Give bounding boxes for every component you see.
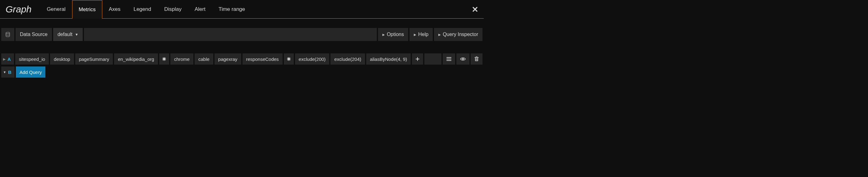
- datasource-select[interactable]: default ▼: [53, 28, 83, 41]
- query-row-a: ▶ A sitespeed_io desktop pageSummary en_…: [1, 54, 483, 65]
- tab-legend[interactable]: Legend: [127, 0, 158, 18]
- metric-segment[interactable]: pageSummary: [75, 54, 113, 65]
- panel-header: Graph General Metrics Axes Legend Displa…: [0, 0, 484, 19]
- query-menu-button[interactable]: [443, 54, 455, 65]
- trash-icon: [474, 57, 479, 62]
- metric-segment[interactable]: sitespeed_io: [15, 54, 49, 65]
- metric-segment-wildcard[interactable]: [284, 54, 294, 65]
- help-button[interactable]: ▶ Help: [409, 28, 433, 41]
- toolbar-spacer: [84, 28, 377, 41]
- metric-segment-wildcard[interactable]: [159, 54, 169, 65]
- query-letter: A: [7, 57, 11, 62]
- caret-down-icon: ▼: [75, 33, 79, 36]
- metric-segment[interactable]: cable: [195, 54, 213, 65]
- query-editor: ▶ A sitespeed_io desktop pageSummary en_…: [0, 54, 484, 78]
- query-toggle-b[interactable]: ▼ B: [1, 66, 14, 78]
- tab-display[interactable]: Display: [158, 0, 188, 18]
- caret-right-icon: ▶: [438, 33, 441, 36]
- query-inspector-button[interactable]: ▶ Query Inspector: [434, 28, 483, 41]
- options-button[interactable]: ▶ Options: [378, 28, 408, 41]
- caret-right-icon: ▶: [3, 58, 6, 61]
- tab-metrics[interactable]: Metrics: [72, 0, 102, 19]
- function-segment[interactable]: exclude(204): [331, 54, 365, 65]
- panel-type-title: Graph: [0, 4, 40, 14]
- svg-point-9: [462, 58, 464, 60]
- metric-segment[interactable]: chrome: [170, 54, 193, 65]
- query-row-b: ▼ B Add Query: [1, 66, 483, 78]
- caret-down-icon: ▼: [3, 70, 6, 74]
- asterisk-icon: [287, 57, 291, 61]
- svg-point-0: [6, 32, 10, 34]
- panel-tabs: General Metrics Axes Legend Display Aler…: [40, 0, 251, 18]
- asterisk-icon: [162, 57, 166, 61]
- toggle-visibility-button[interactable]: [456, 54, 469, 65]
- plus-icon: [416, 57, 420, 61]
- tab-alert[interactable]: Alert: [188, 0, 212, 18]
- function-segment[interactable]: aliasByNode(4, 9): [366, 54, 411, 65]
- caret-right-icon: ▶: [382, 33, 385, 36]
- query-toggle-a[interactable]: ▶ A: [1, 54, 14, 65]
- hamburger-icon: [446, 57, 452, 61]
- eye-icon: [460, 57, 466, 61]
- datasource-toolbar: Data Source default ▼ ▶ Options ▶ Help ▶…: [0, 28, 484, 41]
- metric-segment[interactable]: responseCodes: [243, 54, 283, 65]
- tab-axes[interactable]: Axes: [102, 0, 127, 18]
- close-icon[interactable]: [472, 7, 477, 12]
- function-segment[interactable]: exclude(200): [295, 54, 330, 65]
- metric-segment[interactable]: pagexray: [215, 54, 241, 65]
- datasource-value: default: [58, 32, 72, 37]
- add-function-button[interactable]: [412, 54, 423, 65]
- datasource-icon: [1, 28, 14, 41]
- metric-segment[interactable]: desktop: [50, 54, 74, 65]
- query-letter: B: [8, 70, 11, 75]
- delete-query-button[interactable]: [471, 54, 483, 65]
- query-row-fill: [424, 54, 441, 65]
- tab-general[interactable]: General: [40, 0, 72, 18]
- tab-time-range[interactable]: Time range: [212, 0, 251, 18]
- caret-right-icon: ▶: [414, 33, 416, 36]
- datasource-label: Data Source: [16, 28, 52, 41]
- metric-segment[interactable]: en_wikipedia_org: [114, 54, 158, 65]
- add-query-button[interactable]: Add Query: [16, 66, 46, 78]
